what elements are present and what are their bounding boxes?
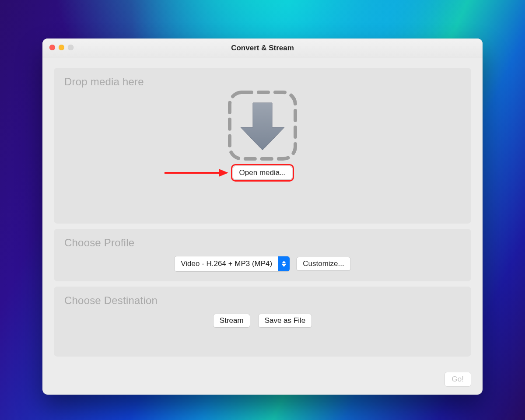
profile-select[interactable]: Video - H.264 + MP3 (MP4) bbox=[174, 256, 290, 272]
svg-marker-3 bbox=[282, 261, 286, 263]
drop-arrow-icon bbox=[225, 88, 300, 163]
desktop-wallpaper: Convert & Stream Drop media here bbox=[0, 0, 525, 420]
profile-heading: Choose Profile bbox=[64, 237, 461, 249]
chevron-up-down-icon bbox=[278, 256, 290, 271]
zoom-icon bbox=[68, 45, 74, 50]
save-as-file-button[interactable]: Save as File bbox=[258, 314, 312, 328]
destination-heading: Choose Destination bbox=[64, 294, 461, 307]
minimize-icon[interactable] bbox=[59, 45, 64, 50]
stream-button[interactable]: Stream bbox=[213, 314, 250, 328]
go-button: Go! bbox=[444, 372, 471, 387]
drop-media-panel[interactable]: Drop media here bbox=[54, 68, 471, 224]
drop-heading: Drop media here bbox=[64, 76, 461, 88]
open-media-button[interactable]: Open media... bbox=[233, 166, 293, 180]
titlebar[interactable]: Convert & Stream bbox=[42, 38, 483, 58]
choose-destination-panel: Choose Destination Stream Save as File bbox=[54, 287, 471, 357]
window-title: Convert & Stream bbox=[42, 44, 483, 52]
customize-button[interactable]: Customize... bbox=[296, 257, 350, 271]
choose-profile-panel: Choose Profile Video - H.264 + MP3 (MP4)… bbox=[54, 229, 471, 281]
close-icon[interactable] bbox=[49, 45, 55, 50]
annotation-arrow-icon bbox=[163, 167, 228, 178]
drop-zone[interactable]: Open media... bbox=[64, 88, 461, 180]
traffic-lights bbox=[49, 45, 74, 50]
footer: Go! bbox=[42, 368, 483, 395]
convert-stream-window: Convert & Stream Drop media here bbox=[42, 38, 483, 395]
svg-marker-4 bbox=[282, 264, 286, 267]
window-body: Drop media here bbox=[42, 58, 483, 368]
svg-marker-2 bbox=[219, 169, 228, 177]
profile-select-label: Video - H.264 + MP3 (MP4) bbox=[175, 259, 278, 268]
